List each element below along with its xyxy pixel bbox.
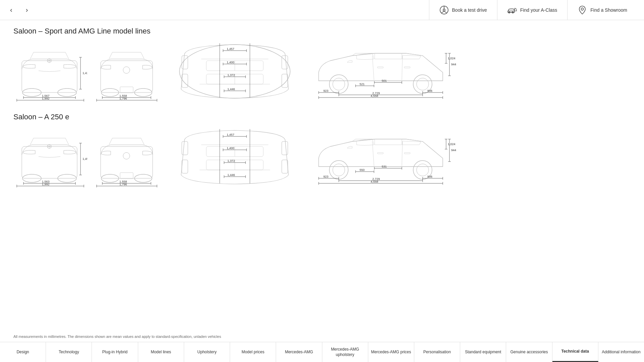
- svg-line-9: [516, 10, 517, 11]
- front-view-2: 1,458 1,563 1,992: [13, 126, 87, 188]
- main-content: Saloon – Sport and AMG Line model lines: [0, 20, 644, 342]
- svg-rect-114: [22, 146, 77, 178]
- svg-text:944: 944: [451, 63, 456, 66]
- nav-arrows: ‹ ›: [7, 4, 31, 15]
- svg-text:1,400: 1,400: [227, 146, 234, 150]
- find-showroom-action[interactable]: Find a Showroom: [567, 0, 637, 20]
- svg-text:550: 550: [360, 168, 365, 172]
- nav-technology[interactable]: Technology: [46, 342, 92, 362]
- footnote: All measurements in millimetres. The dim…: [13, 335, 221, 339]
- svg-text:1,446: 1,446: [227, 173, 235, 177]
- find-a-class-label: Find your A-Class: [520, 7, 557, 13]
- svg-text:1,446: 1,446: [227, 87, 235, 91]
- svg-text:1,457: 1,457: [227, 133, 234, 136]
- svg-text:4,558: 4,558: [371, 180, 378, 183]
- diagrams-row-2: 1,458 1,563 1,992: [13, 126, 631, 188]
- section-sport-amg-title: Saloon – Sport and AMG Line model lines: [13, 27, 631, 36]
- steering-wheel-icon: [439, 5, 449, 15]
- svg-line-74: [372, 56, 374, 80]
- rear-view-1: 1,558 1,796: [94, 41, 161, 103]
- svg-rect-136: [120, 173, 133, 179]
- nav-technical-data[interactable]: Technical data: [552, 342, 598, 362]
- nav-mercedes-amg[interactable]: Mercedes-AMG: [276, 342, 322, 362]
- location-pin-icon: [578, 5, 587, 15]
- svg-text:1,024: 1,024: [448, 57, 455, 60]
- side-view-1: 1,024 944 501 521: [309, 41, 456, 103]
- section-sport-amg: Saloon – Sport and AMG Line model lines: [13, 27, 631, 103]
- header-actions: Book a test drive ? Find your A-Class: [429, 0, 637, 20]
- svg-text:1,457: 1,457: [227, 47, 234, 51]
- svg-rect-154: [182, 160, 188, 173]
- nav-model-lines[interactable]: Model lines: [138, 342, 184, 362]
- nav-upholstery[interactable]: Upholstery: [184, 342, 230, 362]
- svg-point-36: [123, 67, 130, 73]
- prev-button[interactable]: ‹: [7, 4, 16, 15]
- svg-text:1,372: 1,372: [227, 73, 235, 77]
- next-button[interactable]: ›: [22, 4, 32, 15]
- svg-text:1,992: 1,992: [42, 97, 50, 100]
- svg-point-77: [333, 78, 345, 90]
- top-view-1: 1,457 1,446 1,400 1,372: [168, 41, 302, 103]
- svg-rect-153: [282, 141, 288, 155]
- footer-nav: Design Technology Plug-in Hybrid Model l…: [0, 342, 644, 362]
- svg-text:1,992: 1,992: [42, 183, 50, 186]
- svg-rect-35: [120, 87, 133, 93]
- svg-text:923: 923: [323, 175, 328, 178]
- side-view-2: 1,024 944 531 550: [309, 126, 456, 188]
- svg-point-1: [443, 9, 445, 11]
- svg-point-176: [329, 161, 348, 179]
- car-search-icon: ?: [507, 5, 517, 15]
- diagrams-row-1: 1,429 1,567 1,992: [13, 41, 631, 103]
- section-a250e-title: Saloon – A 250 e: [13, 113, 631, 121]
- header: ‹ › Book a test drive: [0, 0, 644, 20]
- nav-personalisation[interactable]: Personalisation: [414, 342, 460, 362]
- svg-text:4,558: 4,558: [371, 94, 378, 98]
- svg-point-79: [417, 78, 429, 90]
- front-view-1: 1,429 1,567 1,992: [13, 41, 87, 103]
- find-showroom-label: Find a Showroom: [590, 7, 627, 13]
- svg-text:501: 501: [382, 79, 387, 82]
- svg-text:1,796: 1,796: [119, 183, 127, 186]
- svg-text:1,796: 1,796: [119, 97, 127, 100]
- svg-rect-152: [182, 141, 188, 155]
- svg-text:521: 521: [360, 82, 365, 86]
- svg-text:531: 531: [382, 165, 387, 168]
- nav-plugin-hybrid[interactable]: Plug-in Hybrid: [92, 342, 138, 362]
- svg-point-12: [581, 8, 584, 10]
- nav-genuine-accessories[interactable]: Genuine accessories: [506, 342, 552, 362]
- svg-rect-80: [377, 67, 383, 68]
- nav-model-prices[interactable]: Model prices: [230, 342, 276, 362]
- svg-text:1,429: 1,429: [83, 71, 87, 75]
- svg-line-75: [402, 56, 402, 80]
- svg-point-177: [333, 164, 345, 176]
- svg-text:1,400: 1,400: [227, 61, 234, 64]
- svg-text:1,024: 1,024: [448, 142, 455, 146]
- rear-view-2: 1,558 1,796: [94, 126, 161, 188]
- svg-text:944: 944: [451, 148, 456, 152]
- svg-point-137: [123, 153, 130, 159]
- top-view-2: 1,457 1,446 1,400 1,372: [168, 126, 302, 188]
- svg-line-175: [402, 141, 402, 166]
- svg-rect-180: [377, 153, 383, 154]
- svg-line-3: [441, 11, 444, 13]
- nav-standard-equipment[interactable]: Standard equipment: [460, 342, 506, 362]
- svg-rect-155: [282, 160, 288, 173]
- book-test-drive-action[interactable]: Book a test drive: [429, 0, 497, 20]
- svg-point-179: [417, 164, 429, 176]
- svg-line-4: [444, 11, 447, 13]
- svg-line-174: [372, 141, 374, 166]
- svg-rect-133: [101, 146, 153, 178]
- nav-additional-info[interactable]: Additional information: [598, 342, 644, 362]
- find-a-class-action[interactable]: ? Find your A-Class: [497, 0, 567, 20]
- svg-text:906: 906: [427, 89, 432, 93]
- nav-design[interactable]: Design: [0, 342, 46, 362]
- book-test-drive-label: Book a test drive: [452, 7, 487, 13]
- svg-rect-181: [404, 153, 410, 154]
- svg-rect-81: [404, 67, 410, 68]
- nav-amg-prices[interactable]: Mercedes-AMG prices: [368, 342, 414, 362]
- svg-text:1,372: 1,372: [227, 159, 235, 163]
- svg-point-76: [329, 75, 348, 94]
- svg-rect-32: [101, 61, 153, 93]
- nav-amg-upholstery[interactable]: Mercedes-AMG upholstery: [322, 342, 368, 362]
- svg-text:1,458: 1,458: [83, 157, 87, 161]
